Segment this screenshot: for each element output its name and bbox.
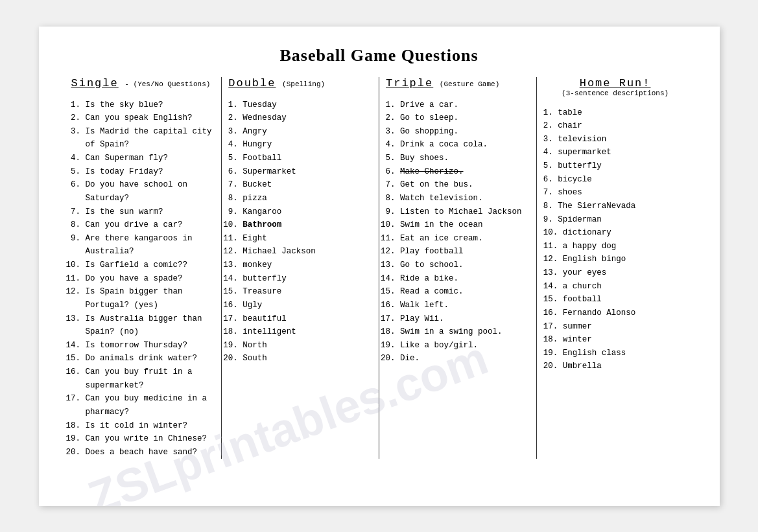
- single-title: Single: [71, 77, 119, 89]
- columns-container: Single - (Yes/No Questions) Is the sky b…: [65, 77, 694, 459]
- list-item: Go to sleep.: [400, 111, 530, 125]
- page-title: Baseball Game Questions: [65, 46, 694, 65]
- list-item: Buy shoes.: [400, 152, 530, 165]
- list-item: Is today Friday?: [86, 165, 215, 179]
- list-item: 9. Spiderman: [543, 213, 687, 227]
- list-item: 19. English class: [543, 347, 687, 360]
- list-item: Does a beach have sand?: [86, 446, 215, 459]
- list-item: Kangaroo: [243, 205, 372, 219]
- list-item: Go to school.: [400, 259, 530, 272]
- list-item: Read a comic.: [400, 285, 530, 299]
- list-item: 18. winter: [543, 333, 687, 347]
- col-single: Single - (Yes/No Questions) Is the sky b…: [65, 77, 222, 459]
- list-item: Die.: [400, 352, 530, 365]
- double-list: Tuesday Wednesday Angry Hungry Football …: [228, 98, 372, 366]
- list-item: Are there kangaroos in Australia?: [86, 232, 215, 259]
- list-item: North: [243, 339, 372, 353]
- list-item: 10. dictionary: [543, 226, 687, 240]
- list-item: 1. table: [543, 106, 687, 120]
- list-item: Ugly: [243, 299, 372, 312]
- list-item: Like a boy/girl.: [400, 339, 530, 353]
- list-item: 17. summer: [543, 320, 687, 334]
- list-item: 7. shoes: [543, 186, 687, 200]
- list-item: Bucket: [243, 178, 372, 192]
- list-item: Is Australia bigger than Spain? (no): [86, 312, 215, 339]
- list-item: 5. butterfly: [543, 159, 687, 173]
- list-item: 8. The SierraNevada: [543, 200, 687, 213]
- list-item: Do animals drink water?: [86, 352, 215, 365]
- list-item: Swim in a swing pool.: [400, 325, 530, 339]
- list-item: Eat an ice cream.: [400, 232, 530, 246]
- list-item: Make Chorizo.: [400, 165, 530, 179]
- list-item: Can you speak English?: [86, 111, 215, 125]
- list-item: monkey: [243, 259, 372, 272]
- col-triple: Triple (Gesture Game) Drive a car. Go to…: [379, 77, 537, 459]
- list-item: 3. television: [543, 133, 687, 146]
- list-item: Football: [243, 152, 372, 165]
- list-item: 14. a church: [543, 280, 687, 294]
- list-item: Can you buy fruit in a supermarket?: [86, 365, 215, 392]
- list-item: Walk left.: [400, 299, 530, 312]
- double-header: Double (Spelling): [228, 77, 372, 92]
- list-item: Angry: [243, 125, 372, 139]
- homerun-header: Home Run! (3-sentence descriptions): [543, 77, 687, 100]
- list-item: Eight: [243, 232, 372, 246]
- col-double: Double (Spelling) Tuesday Wednesday Angr…: [222, 77, 379, 459]
- list-item: 20. Umbrella: [543, 360, 687, 373]
- list-item: Tuesday: [243, 98, 372, 112]
- list-item: 16. Fernando Alonso: [543, 306, 687, 320]
- homerun-list: 1. table 2. chair 3. television 4. super…: [543, 106, 687, 374]
- triple-header: Triple (Gesture Game): [386, 77, 530, 92]
- list-item: Play football: [400, 245, 530, 259]
- list-item: Supermarket: [243, 165, 372, 179]
- list-item: Can you buy medicine in a pharmacy?: [86, 392, 215, 419]
- list-item: butterfly: [243, 272, 372, 286]
- list-item: Is Garfield a comic??: [86, 259, 215, 272]
- list-item: Get on the bus.: [400, 178, 530, 192]
- list-item: Is it cold in winter?: [86, 419, 215, 433]
- list-item: Play Wii.: [400, 312, 530, 326]
- list-item: pizza: [243, 192, 372, 205]
- list-item: Go shopping.: [400, 125, 530, 139]
- single-header: Single - (Yes/No Questions): [71, 77, 215, 92]
- double-subtitle: (Spelling): [282, 80, 325, 88]
- list-item: Is Spain bigger than Portugal? (yes): [86, 285, 215, 312]
- list-item: beautiful: [243, 312, 372, 326]
- list-item: Do you have school on Saturday?: [86, 178, 215, 205]
- list-item: Hungry: [243, 138, 372, 152]
- list-item: Swim in the ocean: [400, 218, 530, 232]
- list-item: Ride a bike.: [400, 272, 530, 286]
- triple-subtitle: (Gesture Game): [440, 80, 499, 88]
- list-item: 6. bicycle: [543, 173, 687, 187]
- homerun-subtitle: (3-sentence descriptions): [543, 89, 687, 97]
- list-item: 12. English bingo: [543, 253, 687, 266]
- list-item: Is Madrid the capital city of Spain?: [86, 125, 215, 152]
- list-item: South: [243, 352, 372, 365]
- list-item: Bathroom: [243, 218, 372, 232]
- list-item: 2. chair: [543, 119, 687, 133]
- list-item: 4. supermarket: [543, 146, 687, 159]
- homerun-title: Home Run!: [543, 77, 687, 89]
- list-item: Is the sun warm?: [86, 205, 215, 219]
- triple-title: Triple: [386, 77, 433, 89]
- col-homerun: Home Run! (3-sentence descriptions) 1. t…: [537, 77, 694, 459]
- list-item: 11. a happy dog: [543, 240, 687, 253]
- single-subtitle: - (Yes/No Questions): [124, 80, 210, 88]
- list-item: Can you write in Chinese?: [86, 432, 215, 446]
- list-item: Listen to Michael Jackson: [400, 205, 530, 219]
- list-item: Is the sky blue?: [86, 98, 215, 112]
- list-item: 13. your eyes: [543, 266, 687, 280]
- page: ZSLprintables.com Baseball Game Question…: [39, 27, 720, 506]
- list-item: Can Superman fly?: [86, 152, 215, 165]
- list-item: Drive a car.: [400, 98, 530, 112]
- list-item: Treasure: [243, 285, 372, 299]
- list-item: Wednesday: [243, 111, 372, 125]
- list-item: Is tomorrow Thursday?: [86, 339, 215, 353]
- single-list: Is the sky blue? Can you speak English? …: [71, 98, 215, 459]
- double-title: Double: [228, 77, 276, 89]
- list-item: intelligent: [243, 325, 372, 339]
- list-item: Can you drive a car?: [86, 218, 215, 232]
- list-item: Watch television.: [400, 192, 530, 205]
- list-item: Do you have a spade?: [86, 272, 215, 286]
- triple-list: Drive a car. Go to sleep. Go shopping. D…: [386, 98, 530, 366]
